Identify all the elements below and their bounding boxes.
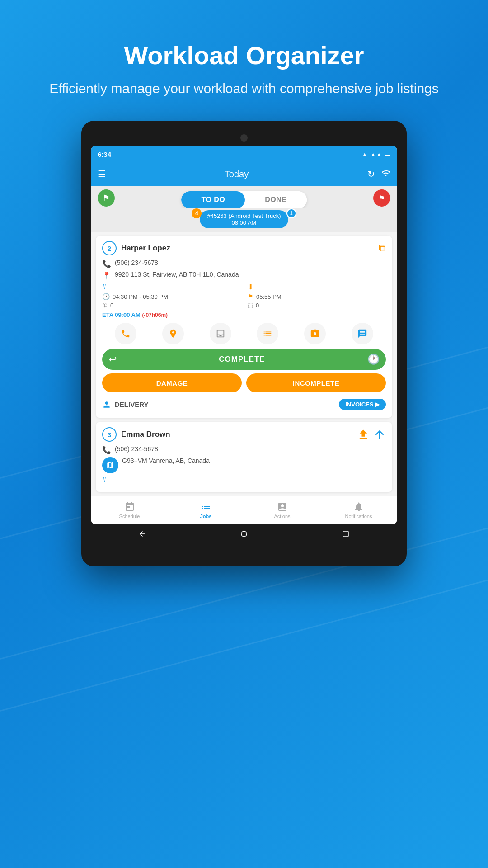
job-address-row-1: 📍 9920 113 St, Fairview, AB T0H 1L0, Can… — [102, 271, 386, 280]
hash-icon-2: # — [102, 476, 106, 484]
job-phone-row-1: 📞 (506) 234-5678 — [102, 259, 386, 268]
upload-icon-2 — [357, 428, 370, 441]
actions-icon — [277, 501, 288, 512]
job-count1-1: ① 0 — [102, 302, 240, 309]
home-button[interactable] — [239, 528, 249, 539]
tablet-frame: 6:34 ▲ ▲▲ ▬ ☰ Today ↻ — [81, 121, 407, 566]
nav-schedule-label: Schedule — [119, 514, 140, 519]
count1-icon-1: ① — [102, 302, 108, 309]
svg-rect-1 — [343, 531, 348, 537]
job-phone-row-2: 📞 (506) 234-5678 — [102, 445, 386, 454]
job-time-end-1: ⚑ 05:55 PM — [248, 293, 386, 300]
badge-count-right: 1 — [286, 208, 296, 218]
job-address-1: 9920 113 St, Fairview, AB T0H 1L0, Canad… — [115, 271, 239, 278]
clock-icon-1: 🕐 — [102, 293, 110, 300]
ticket-pill[interactable]: #45263 (Android Test Truck) 08:00 AM — [200, 210, 288, 228]
refresh-icon[interactable]: ↻ — [367, 169, 375, 179]
tab-section: ⚑ TO DO DONE ⚑ — [91, 186, 397, 208]
list-button-1[interactable] — [257, 323, 278, 344]
nav-actions[interactable]: Actions — [244, 496, 320, 524]
job-timerange-1: 04:30 PM - 05:30 PM — [113, 293, 168, 300]
call-button-1[interactable] — [115, 323, 136, 344]
job-card-2-header: 3 Emma Brown — [102, 427, 386, 442]
count2-icon-1: ⬚ — [248, 302, 253, 309]
delivery-row-1: DELIVERY INVOICES ▶ — [102, 396, 386, 413]
nav-actions-label: Actions — [274, 514, 290, 519]
tab-done[interactable]: DONE — [245, 191, 306, 208]
back-button[interactable] — [137, 528, 148, 539]
ticket-id: #45263 (Android Test Truck) — [207, 212, 281, 219]
nav-jobs[interactable]: Jobs — [168, 496, 244, 524]
damage-button-1[interactable]: DAMAGE — [102, 373, 242, 392]
complete-button-1[interactable]: ↩ COMPLETE 🕐 — [102, 349, 386, 370]
job-phone-1: (506) 234-5678 — [115, 259, 158, 266]
tab-todo[interactable]: TO DO — [181, 191, 245, 208]
bottom-nav: Schedule Jobs Actions Notifications — [91, 496, 397, 524]
status-bar: 6:34 ▲ ▲▲ ▬ — [91, 146, 397, 162]
job-card-1-header: 2 Harper Lopez ⧉ — [102, 241, 386, 255]
page-subtitle: Efficiently manage your workload with co… — [0, 79, 488, 98]
phone-icon-2: 📞 — [102, 446, 111, 454]
flag-icon-left: ⚑ — [98, 189, 115, 207]
job-address-2: G93+VM Vanrena, AB, Canada — [122, 457, 210, 464]
eta-text-1: ETA 09:00 AM — [102, 311, 141, 318]
signal-bars-icon: ▲▲ — [370, 151, 382, 158]
chat-button-1[interactable] — [352, 323, 373, 344]
job-time-range-1: 🕐 04:30 PM - 05:30 PM — [102, 293, 240, 300]
delivery-icon-1 — [102, 400, 111, 409]
camera-button-1[interactable] — [304, 323, 326, 344]
job-card-2: 3 Emma Brown 📞 (506) 234-5678 — [96, 422, 392, 492]
svg-point-0 — [241, 531, 247, 537]
wifi-signal-icon: ▲ — [361, 151, 367, 158]
schedule-icon — [124, 501, 135, 512]
jobs-icon — [201, 501, 211, 512]
job-phone-2: (506) 234-5678 — [115, 445, 158, 453]
arrow-up-icon-2 — [373, 428, 386, 441]
copy-icon-1[interactable]: ⧉ — [379, 242, 386, 254]
job-hash-row-2: # — [102, 476, 386, 484]
page-title: Workload Organizer — [0, 41, 488, 70]
job-download-1: ⬇ — [248, 283, 386, 291]
location-icon-1: 📍 — [102, 271, 111, 280]
job-list: 2 Harper Lopez ⧉ 📞 (506) 234-5678 📍 9920… — [91, 232, 397, 496]
tablet-screen: 6:34 ▲ ▲▲ ▬ ☰ Today ↻ — [91, 146, 397, 524]
job-number-1: 2 — [102, 241, 117, 255]
recents-button[interactable] — [340, 528, 351, 539]
job-name-2: Emma Brown — [121, 430, 170, 439]
wifi-icon[interactable] — [381, 169, 390, 180]
download-icon-1: ⬇ — [248, 283, 253, 291]
invoices-button-1[interactable]: INVOICES ▶ — [339, 399, 386, 410]
job-address-row-2: G93+VM Vanrena, AB, Canada — [102, 457, 386, 473]
app-header-icons: ↻ — [367, 169, 390, 180]
job-card-1: 2 Harper Lopez ⧉ 📞 (506) 234-5678 📍 9920… — [96, 236, 392, 418]
job-endtime-1: 05:55 PM — [256, 293, 282, 300]
job-hash-1: # — [102, 283, 240, 291]
battery-icon: ▬ — [385, 151, 390, 158]
delivery-label-1: DELIVERY — [102, 400, 148, 409]
header-section: Workload Organizer Efficiently manage yo… — [0, 0, 488, 121]
eta-delta-1: (-07h06m) — [142, 312, 168, 318]
action-btn-row-1: DAMAGE INCOMPLETE — [102, 373, 386, 392]
inbox-button-1[interactable] — [210, 323, 231, 344]
nav-schedule[interactable]: Schedule — [91, 496, 168, 524]
ticket-banner: 4 #45263 (Android Test Truck) 08:00 AM 1 — [91, 208, 397, 232]
flag-icon-right: ⚑ — [373, 189, 390, 207]
map-circle-icon-2 — [102, 457, 118, 473]
complete-label-1: COMPLETE — [219, 355, 265, 364]
phone-icon-1: 📞 — [102, 259, 111, 268]
history-icon: 🕐 — [367, 354, 380, 365]
job-count1-val: 0 — [110, 302, 113, 309]
nav-notifications[interactable]: Notifications — [320, 496, 397, 524]
menu-icon[interactable]: ☰ — [98, 169, 106, 179]
status-time: 6:34 — [98, 151, 111, 158]
app-header: ☰ Today ↻ — [91, 162, 397, 186]
map-button-1[interactable] — [162, 323, 184, 344]
incomplete-button-1[interactable]: INCOMPLETE — [246, 373, 386, 392]
system-nav-bar — [91, 524, 397, 544]
hash-icon-1: # — [102, 283, 106, 291]
job-info-grid-1: # ⬇ 🕐 04:30 PM - 05:30 PM ⚑ 05:55 PM — [102, 283, 386, 309]
notifications-icon — [353, 501, 364, 512]
tab-pill: TO DO DONE — [181, 191, 306, 208]
status-icons: ▲ ▲▲ ▬ — [361, 151, 390, 158]
tablet-camera — [240, 134, 248, 142]
